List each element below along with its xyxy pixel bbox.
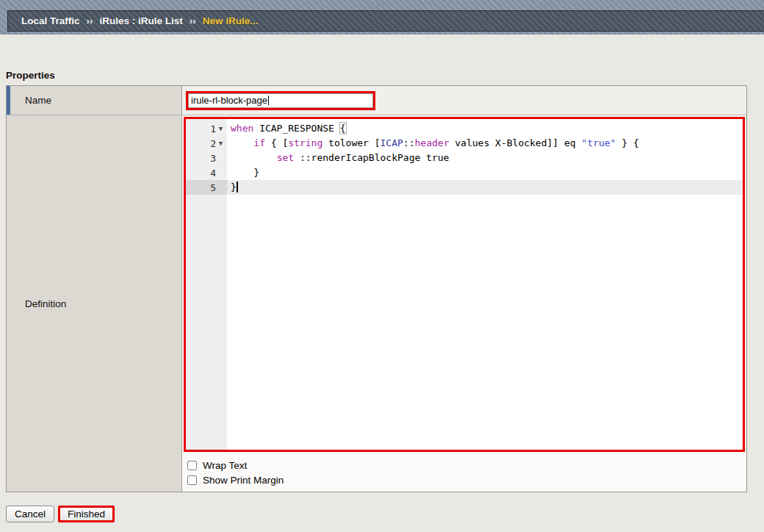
checkbox-show-print-margin[interactable] [187,475,197,485]
code-token: :: [403,137,415,148]
code-editor[interactable]: 1▼2▼345 when ICAP_RESPONSE { if { [strin… [184,117,745,452]
checkbox-label: Wrap Text [203,460,247,471]
name-label-cell: Name [7,86,182,115]
editor-options: Wrap TextShow Print Margin [184,452,745,487]
definition-value-cell: 1▼2▼345 when ICAP_RESPONSE { if { [strin… [182,115,746,492]
breadcrumb: Local Traffic››iRules : iRule List››New … [7,10,764,32]
editor-code[interactable]: when ICAP_RESPONSE { if { [string tolowe… [227,119,743,195]
name-value-cell: irule-rl-block-page [182,86,746,115]
code-line[interactable]: when ICAP_RESPONSE { [227,121,743,136]
page-title: Properties [6,70,764,81]
editor-gutter: 1▼2▼345 [186,119,227,450]
properties-table: Name irule-rl-block-page Definition 1▼2▼… [6,85,747,492]
code-line[interactable]: if { [string tolower [ICAP::header value… [227,136,743,151]
name-input[interactable]: irule-rl-block-page [188,93,373,108]
checkbox-wrap-text[interactable] [187,461,197,470]
action-bar: Cancel Finished [6,506,764,522]
code-token: set [277,152,294,163]
checkbox-label: Show Print Margin [203,475,284,486]
fold-icon[interactable]: ▼ [216,121,226,136]
gutter-line-number: 5 [186,180,227,195]
code-token: tolower [ [322,137,380,148]
code-token: header [415,137,450,148]
code-token: } [231,167,259,178]
code-token: ::renderIcapBlockPage true [294,152,449,163]
fold-icon[interactable]: ▼ [216,136,226,151]
editor-option-row: Show Print Margin [187,472,745,487]
finished-button[interactable]: Finished [58,506,115,522]
code-token [231,152,277,163]
gutter-line-number: 3 [186,151,227,165]
line-number: 5 [210,182,216,193]
code-token: if [253,137,265,148]
line-number: 4 [210,168,216,179]
code-token: values X-Blocked]] eq [449,137,581,148]
gutter-line-number: 2▼ [186,136,227,151]
gutter-line-number: 4 [186,165,227,180]
code-token: when [231,123,253,134]
code-token [231,137,253,148]
code-token: string [288,137,322,148]
breadcrumb-item-2: New iRule... [203,15,259,26]
masthead: Local Traffic››iRules : iRule List››New … [0,0,764,35]
line-number: 3 [210,153,216,164]
name-row: Name irule-rl-block-page [7,86,746,115]
name-input-value: irule-rl-block-page [191,95,267,106]
code-token: } { [616,137,638,148]
definition-row: Definition 1▼2▼345 when ICAP_RESPONSE { … [7,115,746,492]
code-token: { [ [265,137,288,148]
code-token: { [339,122,347,134]
definition-label-cell: Definition [7,115,182,492]
line-number: 1 [210,123,216,134]
breadcrumb-separator: ›› [190,15,196,26]
name-label: Name [25,95,51,106]
required-indicator [7,86,10,115]
code-token: ICAP_RESPONSE [253,123,339,134]
code-line[interactable]: } [227,165,743,180]
cancel-button[interactable]: Cancel [6,506,54,522]
code-token: } [231,181,237,193]
editor-caret [237,181,238,193]
editor-option-row: Wrap Text [187,458,745,472]
code-token: ICAP [381,137,403,148]
code-line[interactable]: set ::renderIcapBlockPage true [227,151,743,165]
breadcrumb-item-1[interactable]: iRules : iRule List [100,15,183,26]
breadcrumb-separator: ›› [87,15,93,26]
breadcrumb-item-0[interactable]: Local Traffic [21,15,80,26]
definition-label: Definition [25,298,66,309]
line-number: 2 [210,138,216,149]
code-line[interactable]: } [227,180,743,195]
gutter-line-number: 1▼ [186,121,227,136]
name-input-highlight: irule-rl-block-page [186,91,375,110]
code-token: "true" [581,137,616,148]
text-caret [268,96,269,105]
